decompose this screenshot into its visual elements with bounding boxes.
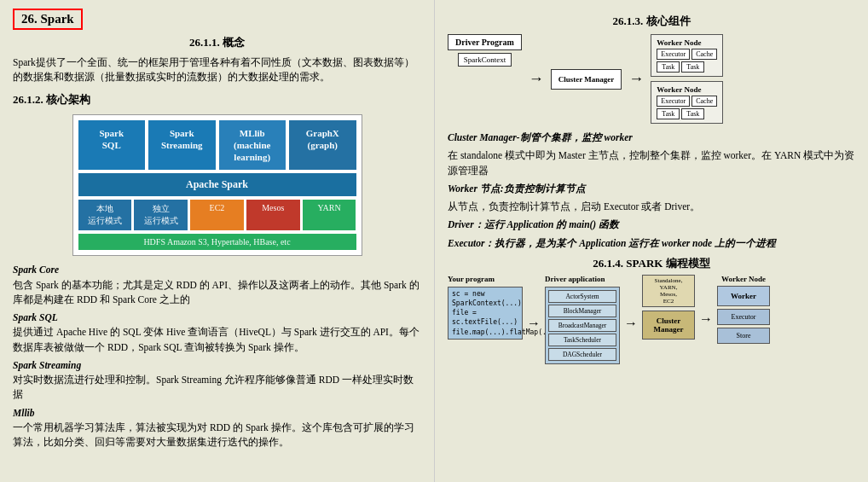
worker-node-prog-label: Worker Node bbox=[721, 275, 766, 283]
executor-desc: Executor：执行器，是为某个 Application 运行在 worker… bbox=[448, 236, 855, 251]
mesos-box: Mesos bbox=[246, 200, 300, 230]
wn-desc-title: Worker 节点:负责控制计算节点 bbox=[448, 183, 586, 194]
worker-nodes-group: Worker Node Executor Cache Task Task Wor… bbox=[651, 34, 723, 124]
right-panel: 26.1.3. 核心组件 Driver Program SparkContext… bbox=[435, 0, 868, 482]
executor-box-1: Executor bbox=[657, 49, 690, 60]
spark-core-title: Spark Core bbox=[13, 264, 59, 275]
driver-desc: Driver：运行 Application 的 main() 函数 bbox=[448, 218, 855, 232]
local-mode-box: 本地运行模式 bbox=[78, 200, 132, 230]
cache-box-2: Cache bbox=[692, 96, 717, 107]
worker-node-1-title: Worker Node bbox=[657, 38, 717, 47]
arch-bottom-row: 本地运行模式 独立运行模式 EC2 Mesos YARN bbox=[78, 200, 356, 230]
actor-system-box: ActorSystem bbox=[548, 290, 616, 303]
worker-node-1: Worker Node Executor Cache Task Task bbox=[651, 34, 723, 77]
spark-sql-text: 提供通过 Apache Hive 的 SQL 变体 Hive 查询语言（Hive… bbox=[13, 327, 420, 351]
graphx-box: GraphX(graph) bbox=[289, 120, 356, 171]
section-26-1-3-title: 26.1.3. 核心组件 bbox=[448, 14, 855, 29]
executor-cache-row-1: Executor Cache bbox=[657, 49, 717, 60]
store-box: Store bbox=[717, 328, 770, 344]
task-box-2a: Task bbox=[657, 108, 680, 119]
arrow-prog-icon: → bbox=[527, 316, 541, 331]
driver-app-col: Driver application ActorSystem BlockMana… bbox=[545, 275, 620, 364]
apache-spark-box: Apache Spark bbox=[78, 173, 356, 196]
executor-desc-text: Executor：执行器，是为某个 Application 运行在 worker… bbox=[448, 238, 776, 248]
spark-sql-box: SparkSQL bbox=[78, 120, 146, 171]
worker-node-detail: 从节点，负责控制计算节点，启动 Executor 或者 Driver。 bbox=[448, 200, 855, 214]
arrow-cluster-icon: → bbox=[624, 316, 638, 331]
spark-core-section: Spark Core 包含 Spark 的基本功能；尤其是定义 RDD 的 AP… bbox=[13, 263, 421, 307]
spark-sql-title: Spark SQL bbox=[13, 312, 58, 322]
driver-app-label: Driver application bbox=[545, 275, 620, 283]
hdfs-box: HDFS Amazon S3, Hypertable, HBase, etc bbox=[78, 234, 356, 250]
spark-streaming-text: 对实时数据流进行处理和控制。Spark Streaming 允许程序能够像普通 … bbox=[13, 375, 414, 399]
section-26-1-4-title: 26.1.4. SPARK 编程模型 bbox=[448, 256, 855, 271]
left-panel: 26. Spark 26.1.1. 概念 Spark提供了一个全面、统一的框架用… bbox=[0, 0, 435, 482]
worker-node-prog-col: Worker Node Worker Executor Store bbox=[717, 275, 770, 344]
mllib-text: 一个常用机器学习算法库，算法被实现为对 RDD 的 Spark 操作。这个库包含… bbox=[13, 422, 414, 447]
worker-node-2: Worker Node Executor Cache Task Task bbox=[651, 81, 723, 124]
mllib-section: Mllib 一个常用机器学习算法库，算法被实现为对 RDD 的 Spark 操作… bbox=[13, 406, 421, 450]
yarn-box: YARN bbox=[303, 200, 356, 230]
spark-sql-section: Spark SQL 提供通过 Apache Hive 的 SQL 变体 Hive… bbox=[13, 311, 421, 355]
task-row-1: Task Task bbox=[657, 61, 717, 73]
arch-diagram: SparkSQL SparkStreaming MLlib(machinelea… bbox=[13, 114, 421, 257]
arrow-worker-icon: → bbox=[699, 311, 713, 327]
task-scheduler-box: TaskScheduler bbox=[548, 334, 616, 346]
driver-desc-text: Driver：运行 Application 的 main() 函数 bbox=[448, 219, 619, 229]
mllib-title: Mllib bbox=[13, 408, 35, 418]
arch-top-row: SparkSQL SparkStreaming MLlib(machinelea… bbox=[78, 120, 356, 171]
task-box-1b: Task bbox=[681, 61, 704, 73]
cm-desc-title: Cluster Manager-制管个集群，监控 worker bbox=[448, 132, 633, 142]
core-components-diagram: Driver Program SparkContext → Cluster Ma… bbox=[448, 34, 855, 124]
sparkcontext-box: SparkContext bbox=[458, 53, 512, 67]
cluster-manager-box: Cluster Manager bbox=[551, 69, 622, 90]
cluster-manager-detail: 在 standalone 模式中即为 Master 主节点，控制整个集群，监控 … bbox=[448, 148, 855, 178]
cluster-mgr-col: Standalone,YARN,Mesos,EC2 ClusterManager bbox=[642, 275, 695, 340]
spark-streaming-section: Spark Streaming 对实时数据流进行处理和控制。Spark Stre… bbox=[13, 358, 421, 403]
task-row-2: Task Task bbox=[657, 108, 717, 119]
broadcast-manager-box: BroadcastManager bbox=[548, 319, 616, 332]
section-26-1-2-title: 26.1.2. 核心架构 bbox=[13, 92, 421, 107]
spark-prog-model-diagram: Your program sc = new SparkContext(...) … bbox=[448, 275, 855, 364]
executor-box-prog: Executor bbox=[717, 309, 770, 325]
code-block: sc = new SparkContext(...) file = sc.tex… bbox=[448, 287, 523, 340]
section-26-1-1-title: 26.1.1. 概念 bbox=[13, 35, 421, 50]
worker-node-2-title: Worker Node bbox=[657, 85, 717, 94]
ec2-box: EC2 bbox=[190, 200, 244, 230]
executor-cache-row-2: Executor Cache bbox=[657, 96, 717, 107]
your-program-label: Your program bbox=[448, 275, 523, 283]
arrow-right-icon: → bbox=[529, 70, 544, 88]
block-manager-box: BlockManager bbox=[548, 305, 616, 317]
cluster-manager-desc: Cluster Manager-制管个集群，监控 worker bbox=[448, 131, 855, 145]
dag-scheduler-box: DAGScheduler bbox=[548, 348, 616, 361]
spark-streaming-box: SparkStreaming bbox=[148, 120, 216, 171]
executor-box-2: Executor bbox=[657, 96, 690, 107]
your-program-col: Your program sc = new SparkContext(...) … bbox=[448, 275, 523, 340]
arrow-right-icon2: → bbox=[628, 70, 644, 88]
worker-box: Worker bbox=[717, 286, 770, 306]
mllib-box: MLlib(machinelearning) bbox=[219, 120, 286, 171]
spark-core-text: 包含 Spark 的基本功能；尤其是定义 RDD 的 API、操作以及这两者上的… bbox=[13, 280, 420, 305]
task-box-2b: Task bbox=[681, 108, 704, 119]
intro-text: Spark提供了一个全面、统一的框架用于管理各种有着不同性质（文本数据、图表数据… bbox=[13, 55, 421, 85]
cache-box-1: Cache bbox=[692, 49, 717, 60]
standalone-box: 独立运行模式 bbox=[134, 200, 188, 230]
worker-node-desc: Worker 节点:负责控制计算节点 bbox=[448, 182, 855, 196]
spark-streaming-title: Spark Streaming bbox=[13, 360, 81, 370]
task-box-1a: Task bbox=[657, 61, 680, 73]
driver-app-boxes: ActorSystem BlockManager BroadcastManage… bbox=[545, 287, 620, 364]
cluster-mgr-box2: ClusterManager bbox=[642, 311, 695, 340]
standalone-yarn-box: Standalone,YARN,Mesos,EC2 bbox=[642, 275, 695, 307]
chapter-title: 26. Spark bbox=[13, 9, 83, 30]
driver-program-box: Driver Program bbox=[448, 34, 522, 50]
